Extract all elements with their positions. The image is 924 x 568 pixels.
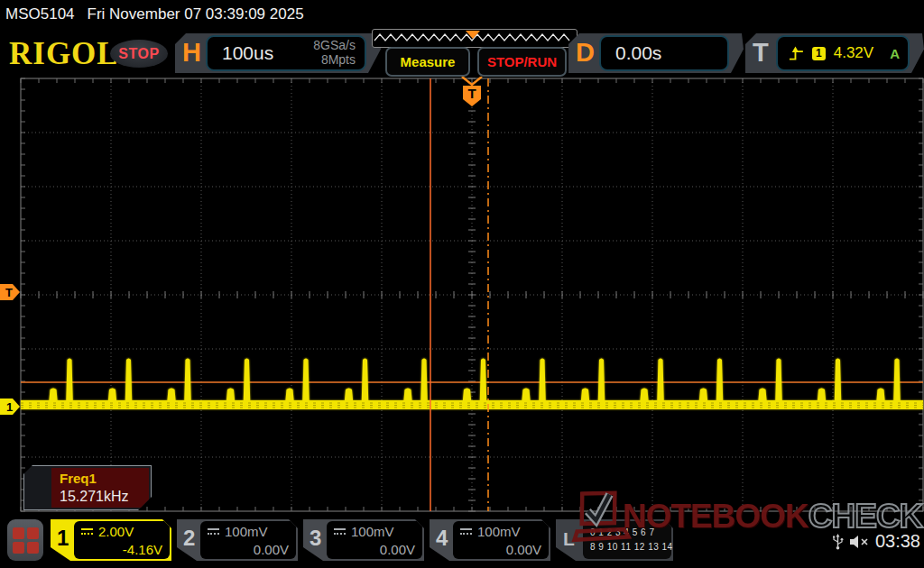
dc-coupling-icon <box>207 527 220 536</box>
sound-muted-icon <box>849 535 870 549</box>
apps-menu-button[interactable] <box>7 519 43 561</box>
measure-label: Measure <box>401 54 456 69</box>
channel-2-number: 2 <box>183 526 195 551</box>
dc-coupling-icon <box>459 527 473 536</box>
logic-row-2: 8 9 10 11 12 13 14 15 <box>590 540 671 554</box>
channel-1-offset: -4.16V <box>80 541 162 559</box>
datetime: Fri November 07 03:39:09 2025 <box>88 5 304 23</box>
delay-settings[interactable]: D 0.00s <box>568 33 744 73</box>
channel-4-number: 4 <box>436 526 448 551</box>
system-tray: 03:38 <box>832 531 920 552</box>
run-state-label: STOP <box>118 46 159 62</box>
channel-3-values: 100mV 0.00V <box>327 521 422 559</box>
usb-icon <box>832 534 844 550</box>
svg-text:T: T <box>5 286 13 299</box>
measurement-box[interactable]: Freq1 15.271kHz <box>23 465 152 510</box>
memory-waveform-icon <box>373 30 575 45</box>
logic-label: L <box>563 528 575 550</box>
dc-coupling-icon <box>80 527 94 536</box>
channel-4-scale: 100mV <box>477 523 521 541</box>
measurement-value: 15.271kHz <box>60 489 149 505</box>
timebase-box[interactable]: 100us 8GSa/s 8Mpts <box>206 35 366 71</box>
channel-1-number: 1 <box>57 526 69 551</box>
acquisition-info: 8GSa/s 8Mpts <box>313 39 365 67</box>
oscilloscope-screen: MSO5104Fri November 07 03:39:09 2025 RIG… <box>0 0 924 568</box>
measurement-name: Freq1 <box>60 471 149 486</box>
channel-2-offset: 0.00V <box>207 541 289 559</box>
stop-run-button[interactable]: STOP/RUN <box>477 47 567 77</box>
trigger-box[interactable]: 1 4.32V A <box>776 35 910 71</box>
stop-run-label: STOP/RUN <box>487 54 557 69</box>
channel-1-values: 2.00V -4.16V <box>74 521 170 559</box>
channel-1-button[interactable]: 1 2.00V -4.16V <box>51 519 171 561</box>
logic-row-1: 0 1 2 3 4 5 6 7 <box>590 526 671 540</box>
channel-2-scale: 100mV <box>225 523 268 541</box>
rigol-logo: RIGOL <box>9 36 119 72</box>
logic-channel-list: 0 1 2 3 4 5 6 7 8 9 10 11 12 13 14 15 <box>583 521 671 559</box>
tray-clock: 03:38 <box>875 531 920 552</box>
measure-button[interactable]: Measure <box>385 47 470 77</box>
channel-3-offset: 0.00V <box>333 541 415 559</box>
logic-channels-button[interactable]: L 0 1 2 3 4 5 6 7 8 9 10 11 12 13 14 15 <box>556 519 673 561</box>
channel-4-button[interactable]: 4 100mV 0.00V <box>430 519 550 561</box>
channel-3-scale: 100mV <box>351 523 394 541</box>
delay-value: 0.00s <box>601 42 727 64</box>
rising-edge-icon <box>789 46 804 61</box>
trigger-mode: A <box>890 46 908 61</box>
svg-text:T: T <box>467 86 476 101</box>
delay-label: D <box>576 38 595 68</box>
delay-box[interactable]: 0.00s <box>599 35 729 71</box>
trigger-label: T <box>753 38 769 68</box>
model-name: MSO5104 <box>5 5 75 23</box>
channel-1-scale: 2.00V <box>98 523 134 541</box>
run-state-indicator[interactable]: STOP <box>110 40 168 68</box>
svg-text:1: 1 <box>6 400 13 414</box>
memory-depth: 8Mpts <box>313 53 356 68</box>
dc-coupling-icon <box>333 527 346 536</box>
measurement-panel: Freq1 15.271kHz <box>51 468 149 508</box>
horizontal-settings[interactable]: H 100us 8GSa/s 8Mpts <box>175 33 381 73</box>
channel-4-values: 100mV 0.00V <box>453 521 549 559</box>
status-bar: MSO5104Fri November 07 03:39:09 2025 <box>5 5 304 23</box>
channel-2-values: 100mV 0.00V <box>200 521 296 559</box>
waveform-memory-bar[interactable] <box>372 29 578 48</box>
horizontal-label: H <box>182 38 201 68</box>
sample-rate: 8GSa/s <box>313 39 356 53</box>
apps-grid-icon <box>13 527 39 554</box>
channel-3-number: 3 <box>310 526 321 551</box>
channel-3-button[interactable]: 3 100mV 0.00V <box>303 519 424 561</box>
channel-4-offset: 0.00V <box>459 541 541 559</box>
trigger-settings[interactable]: T 1 4.32V A <box>745 33 924 73</box>
waveform-display[interactable]: TT1 <box>0 77 924 514</box>
channel-2-button[interactable]: 2 100mV 0.00V <box>177 519 298 561</box>
trigger-level-value: 4.32V <box>834 44 873 62</box>
timebase-value: 100us <box>208 42 313 64</box>
trigger-source-badge: 1 <box>812 47 826 60</box>
